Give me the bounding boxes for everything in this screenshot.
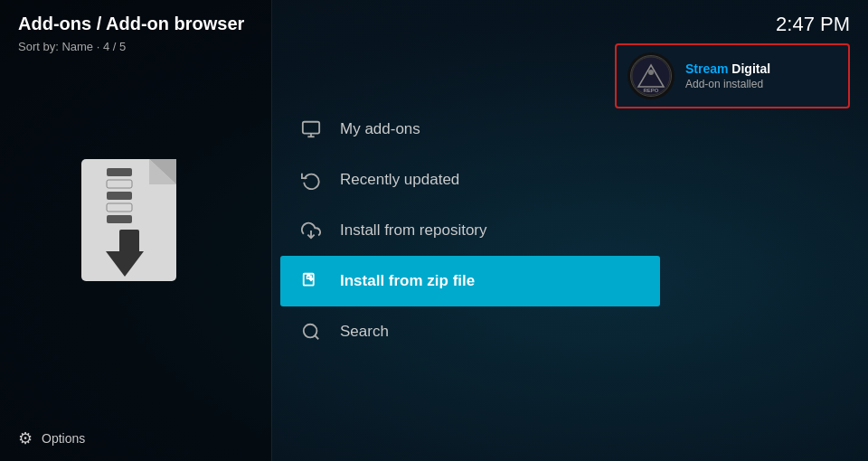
sort-info: Sort by: Name · 4 / 5 xyxy=(0,38,271,64)
zip-file-icon xyxy=(72,150,199,295)
refresh-icon xyxy=(298,167,324,193)
gear-icon: ⚙ xyxy=(18,428,33,448)
breadcrumb: Add-ons / Add-on browser xyxy=(0,0,271,38)
svg-rect-10 xyxy=(303,122,319,134)
svg-point-18 xyxy=(304,325,317,338)
menu-item-my-addons[interactable]: My add-ons xyxy=(280,104,660,155)
install-zip-icon xyxy=(298,268,324,294)
my-addons-label: My add-ons xyxy=(340,120,420,138)
menu-list: My add-ons Recently updated Install from… xyxy=(280,104,660,357)
options-bar[interactable]: ⚙ Options xyxy=(0,416,271,461)
recently-updated-label: Recently updated xyxy=(340,171,459,189)
toast-title: Stream Digital xyxy=(685,61,837,76)
time-display: 2:47 PM xyxy=(776,13,850,36)
addon-icon-area xyxy=(0,64,271,416)
svg-point-22 xyxy=(648,70,654,75)
svg-line-19 xyxy=(315,335,318,339)
install-from-zip-label: Install from zip file xyxy=(340,272,475,290)
svg-rect-3 xyxy=(107,168,132,176)
left-panel: Add-ons / Add-on browser Sort by: Name ·… xyxy=(0,0,271,461)
toast-subtitle: Add-on installed xyxy=(685,78,837,90)
menu-item-recently-updated[interactable]: Recently updated xyxy=(280,155,660,205)
svg-rect-7 xyxy=(107,215,132,223)
toast-icon-inner: REPO xyxy=(630,55,672,97)
svg-rect-6 xyxy=(107,203,132,212)
svg-rect-8 xyxy=(119,230,139,255)
toast-notification: REPO Stream Digital Add-on installed xyxy=(615,43,850,108)
toast-title-rest: Digital xyxy=(728,61,770,76)
svg-rect-4 xyxy=(107,180,132,188)
search-label: Search xyxy=(340,323,389,341)
cloud-download-icon xyxy=(298,218,324,243)
options-label: Options xyxy=(42,431,85,446)
menu-item-search[interactable]: Search xyxy=(280,306,660,357)
svg-rect-17 xyxy=(307,277,310,279)
toast-title-highlight: Stream xyxy=(685,61,728,76)
svg-text:REPO: REPO xyxy=(643,88,658,93)
toast-text-area: Stream Digital Add-on installed xyxy=(685,61,837,90)
search-icon xyxy=(298,319,324,344)
monitor-icon xyxy=(298,117,324,142)
menu-item-install-from-zip[interactable]: Install from zip file xyxy=(280,256,660,306)
svg-rect-5 xyxy=(107,192,132,200)
toast-icon: REPO xyxy=(627,52,675,99)
install-from-repo-label: Install from repository xyxy=(340,221,487,240)
menu-item-install-from-repo[interactable]: Install from repository xyxy=(280,205,660,256)
